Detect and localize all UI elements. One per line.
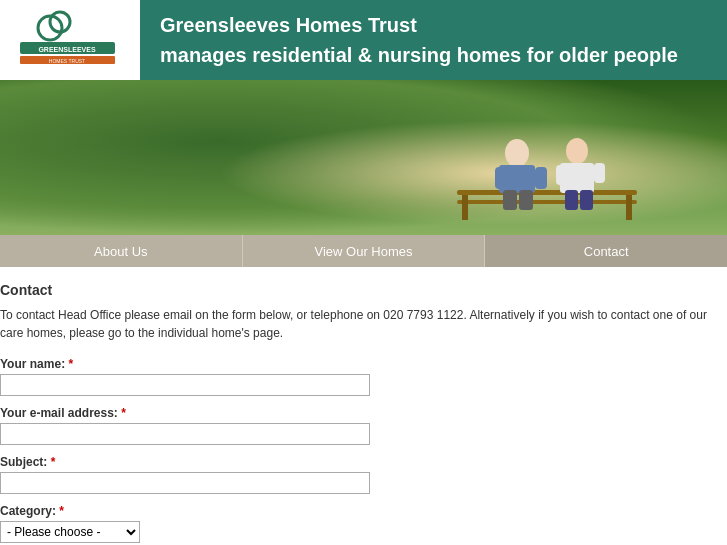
nav-view-homes[interactable]: View Our Homes: [243, 235, 486, 267]
page-content: Contact To contact Head Office please em…: [0, 267, 720, 545]
nav-contact[interactable]: Contact: [485, 235, 727, 267]
svg-rect-7: [457, 200, 637, 204]
svg-rect-18: [556, 165, 567, 185]
svg-text:GREENSLEEVES: GREENSLEEVES: [38, 46, 96, 53]
svg-rect-8: [462, 195, 468, 220]
nav-about-us[interactable]: About Us: [0, 235, 243, 267]
svg-rect-21: [580, 190, 593, 210]
banner-line2: manages residential & nursing homes for …: [160, 40, 678, 70]
category-label: Category: *: [0, 504, 710, 518]
category-select[interactable]: - Please choose - General Enquiry Feedba…: [0, 521, 140, 543]
page-title: Contact: [0, 282, 710, 298]
svg-rect-20: [565, 190, 578, 210]
subject-input[interactable]: [0, 472, 370, 494]
email-label: Your e-mail address: *: [0, 406, 710, 420]
name-label: Your name: *: [0, 357, 710, 371]
subject-field-group: Subject: *: [0, 455, 710, 494]
logo: GREENSLEEVES HOMES TRUST: [15, 10, 125, 70]
navigation: About Us View Our Homes Contact: [0, 235, 727, 267]
logo-area: GREENSLEEVES HOMES TRUST: [0, 0, 140, 80]
email-field-group: Your e-mail address: *: [0, 406, 710, 445]
category-field-group: Category: * - Please choose - General En…: [0, 504, 710, 543]
email-input[interactable]: [0, 423, 370, 445]
svg-rect-6: [457, 190, 637, 195]
header: GREENSLEEVES HOMES TRUST Greensleeves Ho…: [0, 0, 727, 80]
svg-rect-12: [495, 167, 507, 189]
banner-line1: Greensleeves Homes Trust: [160, 10, 678, 40]
svg-rect-15: [519, 190, 533, 210]
contact-description: To contact Head Office please email on t…: [0, 306, 710, 342]
banner-text: Greensleeves Homes Trust manages residen…: [160, 10, 678, 70]
name-input[interactable]: [0, 374, 370, 396]
svg-rect-19: [594, 163, 605, 183]
svg-text:HOMES TRUST: HOMES TRUST: [49, 58, 85, 64]
svg-point-16: [566, 138, 588, 164]
subject-label: Subject: *: [0, 455, 710, 469]
svg-rect-14: [503, 190, 517, 210]
svg-rect-13: [535, 167, 547, 189]
svg-point-10: [505, 139, 529, 167]
name-field-group: Your name: *: [0, 357, 710, 396]
header-banner: Greensleeves Homes Trust manages residen…: [140, 0, 727, 80]
hero-people-illustration: [447, 105, 647, 225]
svg-rect-9: [626, 195, 632, 220]
hero-image: [0, 80, 727, 235]
